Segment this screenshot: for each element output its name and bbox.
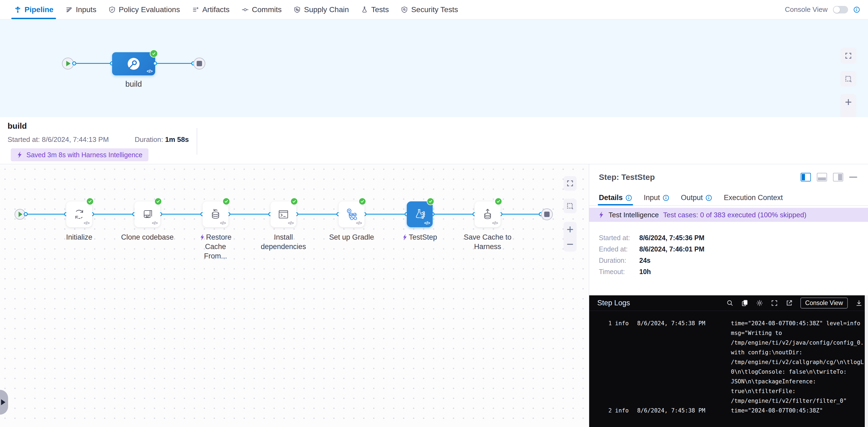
artifacts-icon [192, 6, 199, 13]
step-label-setup-gradle: Set up Gradle [322, 233, 381, 242]
pipeline-execution-page: Pipeline Inputs Policy Evaluations Artif… [0, 0, 868, 427]
detail-row-timeout: Timeout:10h [599, 266, 705, 277]
log-timestamp: 8/6/2024, 7:45:38 PM [637, 319, 727, 406]
step-node-clone-codebase[interactable]: </> [134, 201, 160, 227]
expand-right-icon [1, 399, 5, 405]
yaml-code-glyph: </> [84, 221, 89, 226]
tab-inputs[interactable]: Inputs [59, 0, 102, 19]
connector-dot [72, 61, 76, 65]
tab-execution-context[interactable]: Execution Context [724, 190, 783, 205]
marquee-select-icon [566, 202, 574, 210]
fullscreen-button[interactable] [840, 48, 856, 64]
fullscreen-icon [566, 179, 574, 187]
run-script-icon [276, 207, 290, 221]
tab-label: Security Tests [411, 5, 458, 14]
step-logs-body[interactable]: 1 info 8/6/2024, 7:45:38 PM time="2024-0… [589, 311, 865, 427]
info-icon[interactable] [663, 195, 669, 201]
layout-right-panel-button[interactable] [801, 173, 811, 182]
marquee-select-button[interactable] [564, 199, 577, 213]
settings-gear-icon[interactable] [756, 299, 763, 307]
step-node-restore-cache[interactable]: </> [203, 201, 228, 227]
step-success-badge [359, 198, 366, 205]
step-logs-title: Step Logs [597, 299, 630, 307]
yaml-code-glyph: </> [288, 221, 293, 226]
tab-policy-evaluations[interactable]: Policy Evaluations [102, 0, 186, 19]
zoom-controls: + − [564, 222, 577, 252]
copy-icon[interactable] [741, 299, 748, 307]
log-entry: 1 info 8/6/2024, 7:45:38 PM time="2024-0… [589, 319, 865, 406]
detail-row-ended: Ended at:8/6/2024, 7:46:01 PM [599, 243, 705, 255]
step-success-badge [290, 198, 298, 205]
play-icon [19, 211, 22, 217]
stop-icon [197, 61, 202, 66]
zoom-out-button[interactable]: − [566, 238, 574, 250]
topbar-right-controls: Console View [785, 5, 860, 14]
step-node-save-cache[interactable]: </> [475, 201, 500, 227]
info-icon[interactable] [706, 195, 712, 201]
step-node-teststep[interactable]: </> [407, 201, 433, 227]
initialize-icon [72, 207, 86, 221]
log-level: info [615, 319, 634, 406]
tab-pipeline[interactable]: Pipeline [8, 0, 59, 19]
yaml-code-glyph: </> [356, 221, 362, 226]
search-icon[interactable] [726, 299, 734, 307]
savings-badge-text: Saved 3m 8s with Harness Intelligence [26, 151, 143, 159]
panel-layout-controls [801, 173, 857, 182]
step-detail-rows: Started at:8/6/2024, 7:45:36 PM Ended at… [599, 232, 705, 277]
tab-supply-chain[interactable]: Supply Chain [287, 0, 355, 19]
step-node-initialize[interactable]: </> [66, 201, 92, 227]
detail-row-duration: Duration:24s [599, 255, 705, 266]
active-tab-underline [598, 204, 633, 205]
open-external-icon[interactable] [785, 299, 793, 307]
left-drawer-handle[interactable] [0, 390, 8, 415]
tab-security-tests[interactable]: Security Tests [395, 0, 464, 19]
fullscreen-icon[interactable] [771, 299, 778, 307]
step-label-save-cache: Save Cache to Harness [461, 233, 515, 252]
stage-graph-canvas: </> build + − [0, 20, 868, 117]
tab-label: Artifacts [202, 5, 229, 14]
step-label-teststep: TestStep [390, 233, 450, 242]
test-intelligence-banner[interactable]: Test Intelligence Test cases: 0 of 383 e… [589, 208, 868, 222]
step-node-install-dependencies[interactable]: </> [271, 201, 296, 227]
step-success-badge [154, 198, 162, 205]
stage-end-node[interactable] [541, 208, 553, 220]
log-entry: 2 info 8/6/2024, 7:45:38 PM time="2024-0… [589, 406, 865, 416]
console-view-toggle[interactable] [833, 6, 848, 13]
yaml-code-glyph: </> [152, 221, 158, 226]
zoom-in-button[interactable]: + [845, 96, 852, 108]
toggle-knob [834, 6, 840, 13]
tab-commits[interactable]: Commits [236, 0, 287, 19]
ti-banner-detail: Test cases: 0 of 383 executed (100% skip… [663, 211, 806, 219]
lightning-bolt-icon [402, 234, 408, 241]
tab-output[interactable]: Output [681, 190, 712, 205]
info-icon[interactable] [854, 6, 860, 13]
tab-input[interactable]: Input [644, 190, 669, 205]
layout-full-panel-button[interactable] [833, 173, 843, 182]
pipeline-end-node[interactable] [193, 58, 205, 69]
download-icon[interactable] [855, 299, 863, 307]
active-tab-underline [11, 18, 56, 19]
harness-intelligence-badge[interactable]: Saved 3m 8s with Harness Intelligence [11, 149, 149, 161]
info-icon[interactable] [625, 195, 632, 201]
step-node-setup-gradle[interactable]: </> [339, 201, 365, 227]
tab-tests[interactable]: Tests [355, 0, 395, 19]
play-icon [66, 61, 70, 66]
logs-scrollbar[interactable] [865, 295, 868, 427]
console-view-button[interactable]: Console View [800, 297, 848, 308]
layout-bottom-panel-button[interactable] [817, 173, 827, 182]
tab-label: Pipeline [25, 5, 53, 14]
stage-node-build[interactable]: </> [112, 52, 155, 75]
fullscreen-button[interactable] [564, 176, 577, 191]
step-logs-console: Step Logs Console View 1 info [589, 295, 868, 427]
minimize-panel-button[interactable] [849, 176, 857, 178]
yaml-code-glyph: </> [220, 221, 226, 226]
security-tests-shield-icon [401, 6, 408, 13]
tab-details[interactable]: Details [599, 190, 632, 205]
zoom-in-button[interactable]: + [566, 224, 574, 235]
clone-codebase-icon [141, 207, 154, 221]
tab-artifacts[interactable]: Artifacts [186, 0, 236, 19]
step-success-badge [86, 198, 94, 205]
marquee-select-button[interactable] [840, 71, 856, 87]
tab-label: Commits [252, 5, 281, 14]
divider [197, 128, 197, 155]
